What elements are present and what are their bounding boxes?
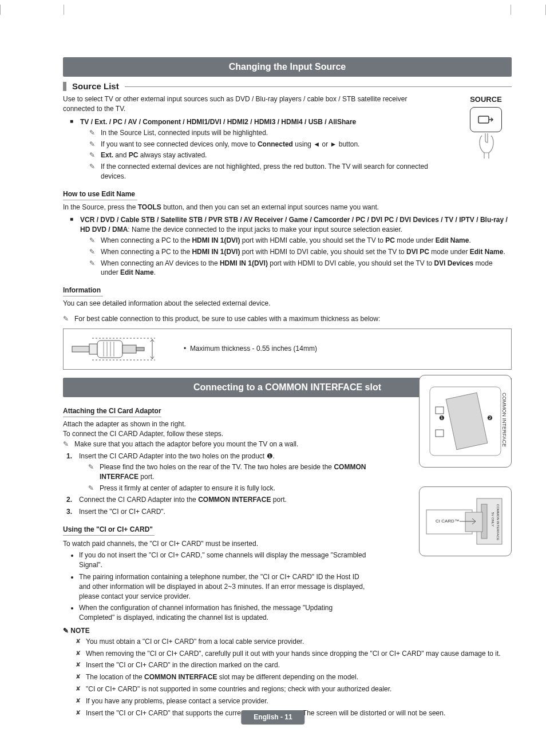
note-highlighted: In the Source List, connected inputs wil…: [101, 128, 446, 138]
note-x3: Insert the "CI or CI+ CARD" in the direc…: [86, 660, 512, 670]
note-x6: If you have any problems, please contact…: [86, 696, 512, 706]
svg-text:❶: ❶: [439, 414, 445, 421]
edit-devices: VCR / DVD / Cable STB / Satellite STB / …: [80, 215, 512, 278]
attach-line2: To connect the CI CARD Adapter, follow t…: [63, 429, 366, 439]
source-button-icon: [470, 107, 502, 132]
note-label: NOTE: [63, 626, 512, 636]
note-x2: When removing the "CI or CI+ CARD", care…: [86, 649, 512, 659]
subhead-source-list-text: Source List: [72, 80, 119, 92]
using-b3: When the configuration of channel inform…: [79, 603, 366, 623]
note-ext-pc: Ext. and PC always stay activated.: [101, 151, 446, 160]
svg-rect-16: [436, 430, 444, 437]
note-x1: You must obtain a "CI or CI+ CARD" from …: [86, 637, 512, 647]
svg-rect-24: [465, 512, 482, 532]
page-footer: English - 11: [241, 710, 304, 725]
edit-note-dvipc: When connecting a PC to the HDMI IN 1(DV…: [101, 247, 512, 257]
svg-text:5V ONLY: 5V ONLY: [491, 512, 494, 527]
svg-rect-0: [478, 116, 489, 123]
svg-text:CI CARD™: CI CARD™: [436, 518, 459, 524]
using-intro: To watch paid channels, the "CI or CI+ C…: [63, 539, 366, 549]
svg-rect-13: [446, 393, 488, 449]
source-intro: Use to select TV or other external input…: [63, 94, 429, 114]
note-red-button: If the connected external devices are no…: [101, 162, 446, 181]
cable-thickness-box: • Maximum thickness - 0.55 inches (14mm): [63, 328, 512, 370]
source-label: SOURCE: [460, 94, 512, 105]
svg-text:COMMON INTERFACE: COMMON INTERFACE: [496, 504, 500, 540]
subhead-source-list: Source List: [63, 80, 512, 92]
edit-intro: In the Source, press the TOOLS button, a…: [63, 203, 512, 212]
edit-note-dvidev: When connecting an AV devices to the HDM…: [101, 259, 512, 278]
ci-adapter-diagram: COMMON INTERFACE ❶ ❷: [419, 375, 512, 468]
svg-rect-5: [97, 341, 122, 358]
edit-name-head: How to use Edit Name: [63, 189, 135, 200]
using-b1: If you do not insert the "CI or CI+ CARD…: [79, 551, 366, 570]
svg-text:❷: ❷: [487, 414, 493, 421]
svg-rect-15: [436, 407, 444, 414]
source-button-graphic: SOURCE: [460, 94, 512, 164]
information-head: Information: [63, 286, 101, 296]
section-changing-input: Changing the Input Source: [63, 57, 512, 77]
using-head: Using the "CI or CI+ CARD": [63, 525, 153, 536]
cable-note: For best cable connection to this produc…: [74, 314, 512, 324]
step1-note2: Press it firmly at center of adapter to …: [100, 484, 366, 493]
attach-head: Attaching the CI Card Adaptor: [63, 406, 161, 417]
using-b2: The pairing information containing a tel…: [79, 572, 366, 601]
cable-icon: [69, 335, 161, 363]
ci-card-diagram: COMMON INTERFACE 5V ONLY CI CARD™: [419, 486, 512, 556]
edit-note-pc: When connecting a PC to the HDMI IN 1(DV…: [101, 236, 512, 246]
information-text: You can see detailed information about t…: [63, 299, 512, 308]
svg-rect-11: [136, 347, 144, 351]
note-x4: The location of the COMMON INTERFACE slo…: [86, 672, 512, 682]
attach-line1: Attach the adapter as shown in the right…: [63, 419, 366, 429]
step-3: 3. Insert the "CI or CI+ CARD".: [79, 507, 366, 517]
svg-rect-4: [89, 344, 97, 354]
step-1: 1. Insert the CI CARD Adapter into the t…: [79, 452, 366, 493]
svg-text:COMMON INTERFACE: COMMON INTERFACE: [501, 393, 507, 447]
step-2: 2. Connect the CI CARD Adapter into the …: [79, 495, 366, 505]
note-connected: If you want to see connected devices onl…: [101, 140, 446, 149]
svg-rect-10: [122, 345, 136, 353]
svg-rect-3: [72, 346, 89, 352]
note-x5: "CI or CI+ CARD" is not supported in som…: [86, 684, 512, 694]
step1-note1: Please find the two holes on the rear of…: [100, 462, 366, 482]
attach-note: Make sure that you attach the adaptor be…: [74, 440, 366, 449]
cable-spec-text: • Maximum thickness - 0.55 inches (14mm): [184, 344, 317, 354]
input-list: TV / Ext. / PC / AV / Component / HDMI1/…: [80, 117, 446, 181]
